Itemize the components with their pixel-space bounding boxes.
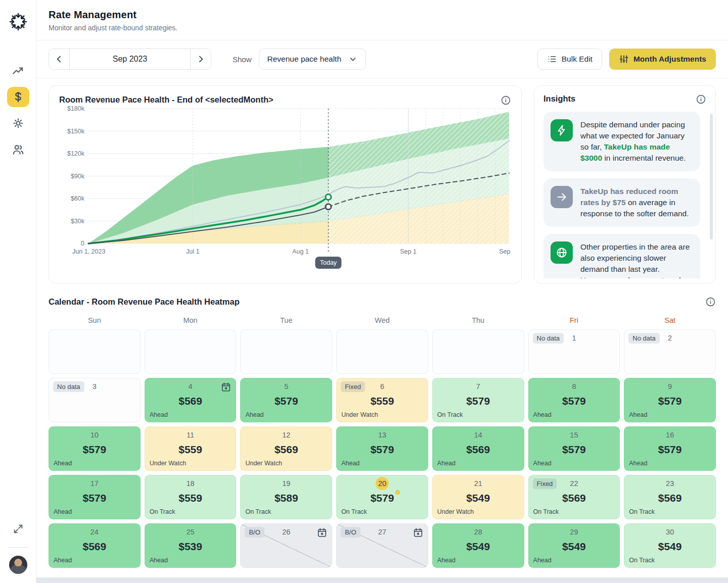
- calendar-cell-day-21[interactable]: 21$549Under Watch: [432, 475, 524, 519]
- calendar-cell-day-29[interactable]: 29$549Ahead: [528, 523, 620, 568]
- pace-status: Under Watch: [341, 411, 378, 418]
- calendar-cell-day-10[interactable]: 10$579Ahead: [49, 426, 141, 471]
- user-avatar[interactable]: [9, 556, 27, 574]
- calendar-cell-day-23[interactable]: 23$569On Track: [624, 475, 716, 519]
- rate-price: $579: [533, 395, 616, 407]
- calendar-cell-day-28[interactable]: 28$549Ahead: [432, 523, 524, 568]
- month-adjustments-button[interactable]: Month Adjustments: [609, 48, 716, 70]
- calendar-cell-day-2[interactable]: No data2: [624, 329, 716, 374]
- svg-text:Aug 1: Aug 1: [292, 248, 309, 255]
- rate-price: $539: [149, 541, 232, 553]
- info-icon[interactable]: [500, 95, 511, 106]
- svg-text:0: 0: [81, 240, 84, 247]
- calendar-cell-day-12[interactable]: 12$569Under Watch: [240, 426, 332, 471]
- bulk-edit-button[interactable]: Bulk Edit: [537, 48, 602, 70]
- day-header-thu: Thu: [432, 314, 524, 329]
- insight-item: TakeUp has reduced room rates by $75 on …: [543, 178, 700, 227]
- horizontal-scrollbar[interactable]: [36, 577, 728, 583]
- calendar-star-icon: [413, 527, 424, 538]
- insights-scrollbar[interactable]: [710, 114, 713, 239]
- calendar-cell-day-26[interactable]: B/O26: [240, 523, 332, 568]
- day-number: 13: [341, 431, 424, 439]
- rate-price: $569: [53, 541, 136, 553]
- month-navigator: Sep 2023: [49, 48, 211, 70]
- day-number: 3: [53, 382, 136, 391]
- pace-status: Ahead: [341, 460, 359, 467]
- day-number: 7: [437, 382, 520, 391]
- calendar-cell-day-5[interactable]: 5$579Ahead: [240, 378, 332, 422]
- calendar-cell-day-6[interactable]: Fixed6$559Under Watch: [336, 378, 428, 422]
- day-number: 16: [628, 431, 711, 439]
- calendar-cell-day-22[interactable]: Fixed22$569On Track: [528, 475, 620, 519]
- rate-price: $579: [53, 444, 136, 456]
- show-label: Show: [233, 55, 252, 64]
- rate-price: $549: [533, 541, 616, 553]
- pace-chart: $180k$150k$120k$90k$60k$30k0Jun 1, 2023J…: [59, 106, 512, 272]
- day-number: 21: [437, 479, 520, 488]
- calendar-cell-day-16[interactable]: 16$579Ahead: [624, 426, 716, 471]
- calendar-cell-day-30[interactable]: 30$549On Track: [624, 523, 716, 568]
- svg-text:Jun 1, 2023: Jun 1, 2023: [72, 248, 105, 255]
- calendar-cell-day-9[interactable]: 9$579Ahead: [624, 378, 716, 422]
- calendar-cell-day-11[interactable]: 11$559Under Watch: [145, 426, 237, 471]
- calendar-day-headers: SunMonTueWedThuFriSat: [49, 314, 716, 329]
- month-display[interactable]: Sep 2023: [69, 49, 191, 69]
- pace-status: Ahead: [54, 460, 72, 467]
- expand-icon[interactable]: [7, 519, 29, 539]
- calendar-cell-day-25[interactable]: 25$539Ahead: [145, 523, 237, 568]
- sidebar-divider: [8, 547, 28, 548]
- month-adjustments-label: Month Adjustments: [633, 55, 706, 64]
- day-number: 22: [533, 479, 616, 488]
- svg-text:Jul 1: Jul 1: [186, 248, 199, 255]
- calendar-cell-day-17[interactable]: 17$579Ahead: [49, 475, 141, 519]
- calendar-cell-empty: [336, 329, 428, 374]
- sidebar-item-trends[interactable]: [7, 61, 29, 81]
- info-icon[interactable]: [696, 94, 706, 105]
- day-number: 20: [341, 479, 424, 490]
- sliders-icon: [619, 54, 629, 64]
- rate-price: $559: [149, 492, 232, 504]
- calendar-cell-day-18[interactable]: 18$559On Track: [145, 475, 237, 519]
- calendar-cell-day-3[interactable]: No data3: [49, 378, 141, 422]
- sidebar-item-users[interactable]: [7, 139, 29, 160]
- sidebar-item-settings[interactable]: [7, 113, 29, 133]
- pace-status: Ahead: [533, 557, 552, 564]
- day-number: 26: [245, 528, 328, 536]
- svg-text:Sep 30: Sep 30: [499, 248, 512, 255]
- calendar-cell-day-8[interactable]: 8$579Ahead: [528, 378, 620, 422]
- day-number: 11: [149, 431, 232, 439]
- day-number: 24: [53, 528, 136, 536]
- day-number: 5: [245, 382, 328, 391]
- svg-text:$30k: $30k: [71, 218, 85, 225]
- view-select[interactable]: Revenue pace health: [259, 48, 367, 70]
- calendar-cell-day-14[interactable]: 14$569Ahead: [432, 426, 524, 471]
- rate-price: $569: [533, 492, 616, 504]
- app-logo-icon: [8, 11, 29, 32]
- insight-text: TakeUp has reduced room rates by $75 on …: [580, 186, 693, 219]
- rate-price: $579: [341, 492, 424, 504]
- main-area: Rate Management Monitor and adjust rate-…: [36, 0, 728, 583]
- calendar-cell-day-27[interactable]: B/O27: [336, 523, 428, 568]
- calendar-cell-day-24[interactable]: 24$569Ahead: [49, 523, 141, 568]
- pace-status: Ahead: [54, 508, 72, 515]
- day-number: 29: [533, 528, 616, 536]
- calendar-cell-day-20[interactable]: 20$579On Track: [336, 475, 428, 519]
- calendar-cell-day-7[interactable]: 7$579On Track: [432, 378, 524, 422]
- calendar-cell-day-19[interactable]: 19$589On Track: [240, 475, 332, 519]
- calendar-cell-day-1[interactable]: No data1: [528, 329, 620, 374]
- svg-text:Today: Today: [320, 259, 337, 266]
- chevron-down-icon: [348, 55, 357, 64]
- sidebar-item-rates[interactable]: [7, 87, 29, 107]
- insight-text: Other properties in the area are also ex…: [580, 241, 693, 278]
- prev-month-button[interactable]: [49, 49, 69, 69]
- pace-status: Ahead: [629, 460, 647, 467]
- calendar-cell-day-15[interactable]: 15$579Ahead: [528, 426, 620, 471]
- info-icon[interactable]: [705, 297, 716, 307]
- today-marker: Today: [315, 257, 341, 269]
- next-month-button[interactable]: [191, 49, 211, 69]
- day-number: 18: [149, 479, 232, 488]
- dollar-icon: [12, 90, 25, 104]
- pace-chart-card: Room Revenue Pace Health - End of <selec…: [49, 85, 522, 283]
- calendar-cell-day-4[interactable]: 4$569Ahead: [145, 378, 237, 422]
- calendar-cell-day-13[interactable]: 13$579Ahead: [336, 426, 428, 471]
